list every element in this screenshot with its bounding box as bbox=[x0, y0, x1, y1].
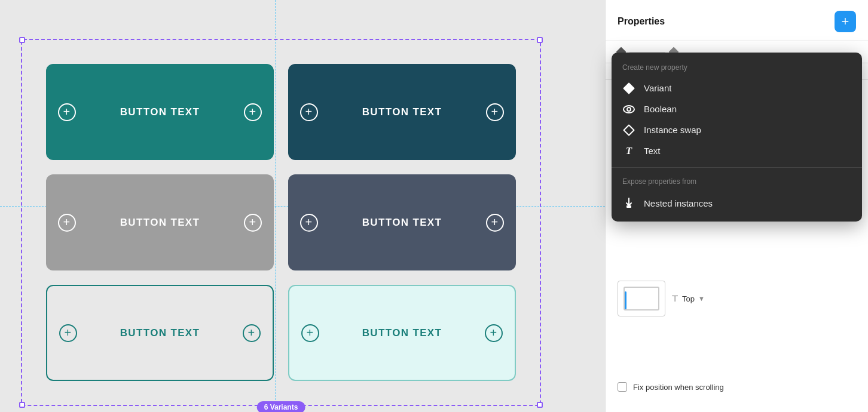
thumbnail-inner bbox=[624, 287, 659, 310]
blue-indicator bbox=[625, 291, 626, 309]
dropdown-item-instance-swap[interactable]: Instance swap bbox=[612, 119, 862, 140]
svg-point-0 bbox=[624, 106, 634, 113]
btn-right-icon-6: + bbox=[485, 324, 503, 342]
corner-handle-bl[interactable] bbox=[19, 402, 25, 408]
boolean-icon bbox=[622, 105, 635, 113]
canvas: + BUTTON TEXT + + BUTTON TEXT + + BUTTON… bbox=[0, 0, 605, 412]
btn-left-icon-6: + bbox=[301, 324, 319, 342]
align-text-icon: ⊤ bbox=[671, 294, 678, 303]
align-section: ⊤ Top ▼ bbox=[618, 281, 856, 316]
btn-right-icon-1: + bbox=[244, 103, 262, 121]
buttons-grid: + BUTTON TEXT + + BUTTON TEXT + + BUTTON… bbox=[22, 40, 540, 405]
corner-handle-tl[interactable] bbox=[19, 37, 25, 43]
btn-left-icon-5: + bbox=[59, 324, 77, 342]
panel-header: Properties + bbox=[606, 0, 868, 41]
align-dropdown-arrow: ▼ bbox=[698, 295, 705, 302]
instance-swap-icon bbox=[622, 126, 635, 134]
eye-icon bbox=[623, 105, 635, 113]
fix-position-checkbox[interactable] bbox=[618, 382, 627, 392]
nested-arrow-icon bbox=[623, 197, 635, 209]
btn-label-5: BUTTON TEXT bbox=[84, 327, 236, 339]
text-type-icon: T bbox=[622, 146, 635, 156]
button-teal-outline-1[interactable]: + BUTTON TEXT + bbox=[46, 285, 274, 381]
t-icon: T bbox=[626, 146, 632, 156]
button-gray-filled-1[interactable]: + BUTTON TEXT + bbox=[46, 174, 274, 270]
button-dark-slate-filled-1[interactable]: + BUTTON TEXT + bbox=[288, 174, 516, 270]
variants-label: 6 Variants bbox=[257, 401, 305, 412]
add-property-button[interactable]: + bbox=[835, 11, 856, 32]
button-dark-teal-filled-1[interactable]: + BUTTON TEXT + bbox=[288, 64, 516, 160]
btn-right-icon-5: + bbox=[243, 324, 261, 342]
fix-position-row: Fix position when scrolling bbox=[606, 374, 868, 400]
create-property-dropdown: Create new property Variant Boolean Ins bbox=[612, 53, 862, 222]
btn-label-4: BUTTON TEXT bbox=[325, 217, 479, 229]
fix-position-label: Fix position when scrolling bbox=[633, 383, 724, 392]
instance-swap-label: Instance swap bbox=[644, 125, 701, 135]
corner-handle-br[interactable] bbox=[537, 402, 543, 408]
boolean-label: Boolean bbox=[644, 104, 677, 114]
btn-right-icon-3: + bbox=[244, 214, 262, 232]
dropdown-divider bbox=[612, 167, 862, 168]
btn-left-icon-2: + bbox=[300, 103, 318, 121]
svg-rect-2 bbox=[626, 205, 631, 208]
component-thumbnail bbox=[618, 281, 665, 316]
text-label: Text bbox=[644, 146, 661, 156]
panel-title: Properties bbox=[618, 16, 665, 27]
svg-point-1 bbox=[627, 107, 631, 111]
align-top-row[interactable]: ⊤ Top ▼ bbox=[671, 294, 705, 303]
btn-left-icon-3: + bbox=[58, 214, 76, 232]
btn-left-icon-4: + bbox=[300, 214, 318, 232]
corner-handle-tr[interactable] bbox=[537, 37, 543, 43]
btn-label-2: BUTTON TEXT bbox=[325, 106, 479, 118]
align-top-label: Top bbox=[682, 294, 695, 303]
variant-icon bbox=[622, 84, 635, 93]
right-panel: Properties + Au Create new property Vari… bbox=[605, 0, 868, 412]
btn-label-6: BUTTON TEXT bbox=[326, 327, 478, 339]
btn-label-3: BUTTON TEXT bbox=[83, 217, 237, 229]
btn-right-icon-2: + bbox=[486, 103, 504, 121]
btn-left-icon-1: + bbox=[58, 103, 76, 121]
dropdown-item-variant[interactable]: Variant bbox=[612, 78, 862, 99]
button-teal-filled-1[interactable]: + BUTTON TEXT + bbox=[46, 64, 274, 160]
nested-instances-label: Nested instances bbox=[644, 198, 713, 208]
button-light-teal-outline-1[interactable]: + BUTTON TEXT + bbox=[288, 285, 516, 381]
create-section-label: Create new property bbox=[612, 60, 862, 78]
dropdown-item-text[interactable]: T Text bbox=[612, 140, 862, 161]
component-frame[interactable]: + BUTTON TEXT + + BUTTON TEXT + + BUTTON… bbox=[21, 39, 541, 406]
diamond-shape-icon bbox=[623, 82, 635, 94]
dropdown-item-boolean[interactable]: Boolean bbox=[612, 99, 862, 119]
expose-section-label: Expose properties from bbox=[612, 174, 862, 192]
variant-label: Variant bbox=[644, 83, 671, 93]
dropdown-item-nested-instances[interactable]: Nested instances bbox=[612, 192, 862, 214]
btn-right-icon-4: + bbox=[486, 214, 504, 232]
swap-diamond-icon bbox=[623, 124, 635, 136]
nested-instances-icon bbox=[622, 197, 635, 209]
btn-label-1: BUTTON TEXT bbox=[83, 106, 237, 118]
